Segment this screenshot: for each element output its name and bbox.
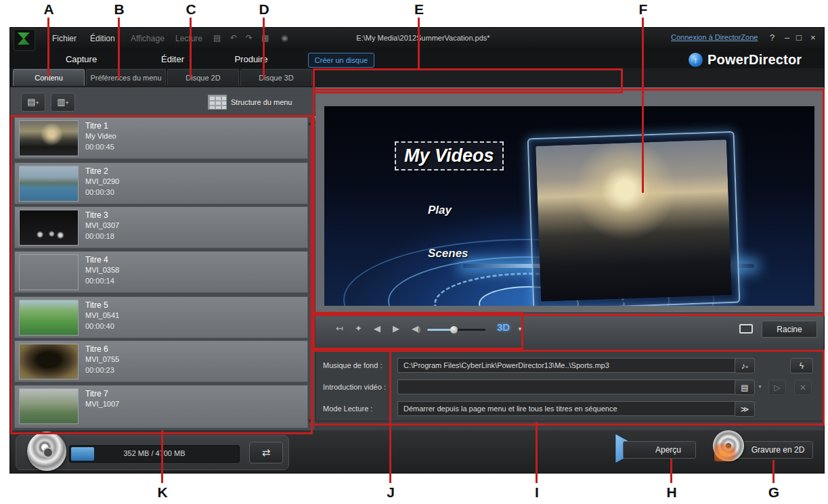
intro-video-field[interactable] [397, 380, 736, 394]
menu-item-play[interactable]: Play [428, 204, 452, 217]
title-thumbnail [19, 120, 79, 156]
title-name: Titre 7 [85, 389, 108, 398]
annotation-letter-a: A [41, 1, 56, 18]
annotation-letter-j: J [383, 484, 398, 501]
display-monitor-icon[interactable] [739, 324, 753, 334]
title-list-item-5[interactable]: Titre 5 MVI_0541 00:00:40 [14, 296, 308, 338]
menu-item-scenes[interactable]: Scenes [428, 247, 469, 260]
intro-extra-button-2: ✕ [794, 380, 812, 395]
annotation-letter-e: E [412, 1, 427, 18]
mode-produire[interactable]: Produire [221, 54, 282, 64]
menu-title-text[interactable]: My Videos [395, 141, 504, 170]
title-list-item-1[interactable]: Titre 1 My Video 00:00:45 [14, 117, 308, 159]
tab-disque-3d[interactable]: Disque 3D [240, 69, 312, 86]
volume-knob[interactable] [450, 326, 458, 334]
brand-name: PowerDirector [707, 52, 802, 68]
title-file: MVI_0755 [85, 355, 119, 363]
previous-menu-icon[interactable]: ↤ [336, 323, 343, 334]
title-list-item-7[interactable]: Titre 7 MVI_1007 [14, 385, 308, 428]
add-chapter-button[interactable]: ▥+ [51, 93, 75, 112]
mode-editer[interactable]: Éditer [142, 54, 203, 64]
tab-disque-2d[interactable]: Disque 2D [167, 69, 239, 86]
title-list-item-2[interactable]: Titre 2 MVI_0290 00:00:30 [14, 162, 308, 204]
previous-clip-icon[interactable]: ◀ [374, 323, 380, 334]
annotation-line-f [642, 18, 644, 193]
menu-edition[interactable]: Édition [90, 34, 115, 43]
menu-video-thumbnail [536, 139, 732, 302]
settings-icon[interactable]: ◉ [281, 33, 288, 43]
restore-button[interactable]: □ [796, 32, 802, 43]
background-music-field[interactable]: C:\Program Files\CyberLink\PowerDirector… [397, 358, 736, 373]
title-name: Titre 6 [85, 344, 108, 354]
undo-icon[interactable]: ↶ [230, 33, 237, 43]
annotation-letter-f: F [636, 1, 651, 18]
disc-capacity-group: 352 MB / 4700 MB ⇄ [16, 435, 289, 470]
add-menu-page-button[interactable]: ▤+ [21, 93, 45, 112]
intro-extra-button-1: ▷ [768, 380, 786, 395]
mode-capture[interactable]: Capture [51, 54, 112, 64]
tab-preferences-du-menu[interactable]: Préférences du menu [86, 69, 166, 86]
annotation-letter-b: B [112, 1, 127, 18]
menu-structure-button[interactable]: Structure du menu [208, 91, 311, 113]
annotation-line-j [389, 350, 391, 483]
scroll-up-icon[interactable]: ▲ [307, 120, 313, 127]
close-button[interactable]: × [810, 32, 816, 43]
title-list-item-6[interactable]: Titre 6 MVI_0755 00:00:23 [14, 340, 308, 382]
annotation-line-i [536, 421, 538, 483]
playback-mode-field[interactable]: Démarrer depuis la page menu et lire tou… [397, 401, 736, 416]
annotation-line-e [418, 18, 420, 70]
title-list-item-3[interactable]: Titre 3 MVI_0307 00:00:18 [14, 206, 308, 248]
title-file: MVI_1007 [85, 400, 119, 408]
title-thumbnail [19, 254, 79, 290]
title-name: Titre 5 [85, 300, 108, 310]
title-thumbnail [19, 166, 79, 202]
annotation-letter-i: I [529, 484, 544, 501]
volume-icon[interactable]: ◀) [412, 323, 420, 334]
chevron-down-icon[interactable]: ▼ [517, 326, 523, 332]
scroll-down-icon[interactable]: ▼ [307, 417, 313, 424]
root-menu-button[interactable]: Racine [762, 321, 817, 338]
create-disc-button[interactable]: Créer un disque [308, 53, 374, 68]
title-duration: 00:00:30 [85, 188, 114, 196]
menu-video-frame[interactable] [527, 131, 741, 306]
chevron-down-icon[interactable]: ▼ [758, 384, 762, 389]
title-name: Titre 2 [85, 166, 108, 176]
menu-structure-icon [208, 95, 227, 110]
title-duration: 00:00:45 [85, 143, 114, 151]
volume-slider[interactable] [427, 329, 485, 331]
status-bar: 352 MB / 4700 MB ⇄ Aperçu Gravure en 2D [10, 430, 825, 474]
tab-row: Contenu Préférences du menu Disque 2D Di… [10, 68, 825, 88]
intro-video-label: Introduction vidéo : [323, 380, 396, 395]
music-magic-icon[interactable]: ϟ [790, 358, 813, 373]
menu-fichier[interactable]: Fichier [52, 34, 77, 43]
annotation-line-h [670, 459, 672, 483]
burn-flame-icon [714, 442, 737, 461]
set-intro-video-icon[interactable]: ▤ [735, 380, 755, 395]
playback-mode-icon[interactable]: ≫ [735, 401, 755, 417]
home-menu-icon[interactable]: ✦ [355, 323, 362, 334]
title-thumbnail [19, 388, 79, 424]
annotation-letter-k: K [155, 484, 170, 501]
capture-room-icon[interactable]: ▤ [213, 33, 221, 43]
menu-structure-label: Structure du menu [231, 98, 292, 106]
title-file: MVI_0290 [85, 177, 119, 185]
annotation-line-c [190, 18, 192, 78]
title-duration: 00:00:40 [85, 322, 114, 330]
next-clip-icon[interactable]: ▶ [393, 323, 399, 334]
3d-mode-button[interactable]: 3D [497, 321, 510, 333]
help-button[interactable]: ? [770, 32, 775, 43]
title-thumbnail [19, 210, 79, 246]
set-music-icon[interactable]: ♪+ [735, 358, 755, 373]
preview-button[interactable]: Aperçu [623, 441, 696, 459]
title-file: MVI_0358 [85, 266, 119, 274]
redo-icon[interactable]: ↷ [246, 33, 253, 43]
change-disc-capacity-button[interactable]: ⇄ [249, 442, 283, 463]
minimize-button[interactable]: – [785, 32, 789, 43]
annotation-line-d [263, 18, 265, 78]
title-list-item-4[interactable]: Titre 4 MVI_0358 00:00:14 [14, 251, 308, 293]
directorzone-link[interactable]: Connexion à DirectorZone [671, 33, 758, 41]
title-duration: 00:00:14 [85, 277, 114, 285]
capacity-text: 352 MB / 4700 MB [70, 449, 239, 457]
disc-menu-preview[interactable]: My Videos Play Scenes [324, 106, 814, 306]
annotation-letter-g: G [766, 484, 781, 501]
